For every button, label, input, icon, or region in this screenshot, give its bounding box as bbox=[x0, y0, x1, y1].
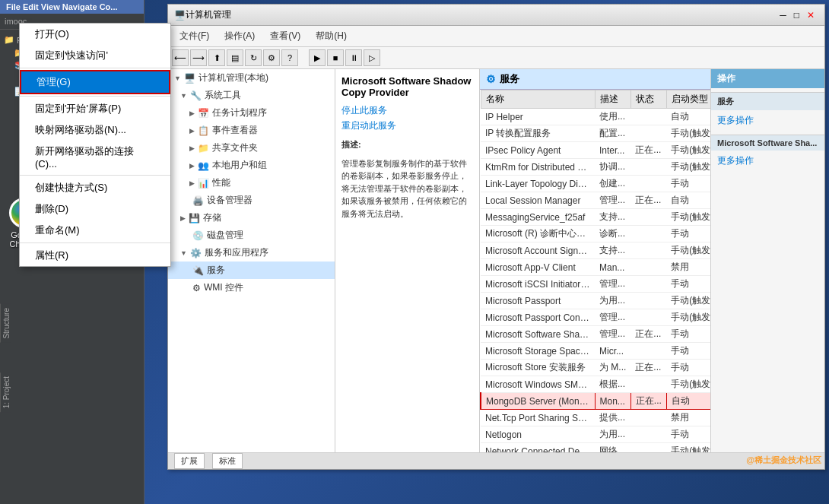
close-button[interactable]: ✕ bbox=[803, 10, 818, 21]
tree-item-perf[interactable]: ▶ 📊 性能 bbox=[168, 174, 335, 192]
ops-services-section: 服务 更多操作 bbox=[711, 92, 824, 131]
restart-service-link[interactable]: 重启动此服务 bbox=[341, 119, 473, 132]
ops-selected-more-actions[interactable]: 更多操作 bbox=[711, 151, 824, 171]
tree-item-services-apps[interactable]: ▼ ⚙️ 服务和应用程序 bbox=[168, 244, 335, 262]
context-menu-open-new[interactable]: 新开网络驱动器的连接(C)... bbox=[20, 141, 170, 173]
expand-icon-task: ▶ bbox=[189, 109, 195, 117]
context-menu-create-shortcut[interactable]: 创建快捷方式(S) bbox=[20, 177, 170, 198]
services-titlebar: ⚙ 服务 bbox=[480, 69, 710, 90]
tree-item-root[interactable]: ▼ 🖥️ 计算机管理(本地) bbox=[168, 69, 335, 87]
ops-selected-section: Microsoft Software Sha... 更多操作 bbox=[711, 135, 824, 171]
service-list[interactable]: ⚙ 服务 名称 描述 状态 启动类型 登 IP Helper使用. bbox=[480, 69, 710, 452]
tree-item-services[interactable]: 🔌 服务 bbox=[168, 262, 335, 279]
table-row[interactable]: Netlogon为用...手动本 bbox=[481, 426, 710, 443]
table-row[interactable]: MongoDB Server (Mong...Mon...正在...自动网 bbox=[481, 393, 710, 410]
device-icon: 🖨️ bbox=[192, 195, 204, 206]
separator-2 bbox=[20, 96, 170, 97]
ops-more-actions[interactable]: 更多操作 bbox=[711, 110, 824, 131]
status-tab-expand[interactable]: 扩展 bbox=[174, 453, 205, 469]
expand-icon: ▼ bbox=[174, 74, 181, 82]
toolbar-stop[interactable]: ■ bbox=[327, 49, 344, 66]
toolbar-resume[interactable]: ▷ bbox=[364, 49, 380, 66]
table-row[interactable]: Microsoft iSCSI Initiator ...管理...手动本 bbox=[481, 276, 710, 293]
toolbar-pause[interactable]: ⏸ bbox=[345, 49, 362, 66]
tree-item-task[interactable]: ▶ 📅 任务计划程序 bbox=[168, 104, 335, 122]
toolbar-forward[interactable]: ⟶ bbox=[190, 49, 207, 66]
context-menu-manage[interactable]: 管理(G) bbox=[20, 70, 170, 94]
tree-item-system[interactable]: ▼ 🔧 系统工具 bbox=[168, 87, 335, 104]
table-row[interactable]: Microsoft App-V ClientMan...禁用本 bbox=[481, 259, 710, 276]
table-row[interactable]: Microsoft Storage Space...Micr...手动网 bbox=[481, 343, 710, 360]
tree-item-share[interactable]: ▶ 📁 共享文件夹 bbox=[168, 139, 335, 157]
expand-icon-storage: ▶ bbox=[180, 214, 186, 222]
status-tab-standard[interactable]: 标准 bbox=[212, 453, 243, 469]
services-title-text: 服务 bbox=[500, 72, 519, 86]
table-row[interactable]: Microsoft Software Shad...管理...正在...手动本 bbox=[481, 326, 710, 343]
context-menu-pin-quick[interactable]: 固定到'快速访问' bbox=[20, 45, 170, 66]
cm-titlebar: 🖥️ 计算机管理 ─ □ ✕ bbox=[168, 5, 824, 26]
table-row[interactable]: Network Connected Devi...网络...手动(触发...本 bbox=[481, 443, 710, 453]
toolbar-properties[interactable]: ⚙ bbox=[263, 49, 280, 66]
tree-item-event[interactable]: ▶ 📋 事件查看器 bbox=[168, 122, 335, 139]
col-status[interactable]: 状态 bbox=[630, 90, 666, 109]
ops-header: 操作 bbox=[711, 69, 824, 88]
table-row[interactable]: Microsoft (R) 诊断中心标...诊断...手动本 bbox=[481, 226, 710, 242]
toolbar-help[interactable]: ? bbox=[281, 49, 298, 66]
context-menu-properties[interactable]: 属性(R) bbox=[20, 245, 170, 266]
context-menu-rename[interactable]: 重命名(M) bbox=[20, 220, 170, 241]
ide-header: File Edit View Navigate Co... bbox=[0, 0, 144, 14]
ops-panel: 操作 服务 更多操作 Microsoft Software Sha... 更多操… bbox=[710, 69, 824, 452]
toolbar-refresh[interactable]: ↻ bbox=[245, 49, 262, 66]
services-title-icon: ⚙ bbox=[486, 73, 496, 85]
separator-4 bbox=[20, 242, 170, 243]
desktop: File Edit View Navigate Co... imooc 📁 Pr… bbox=[0, 0, 829, 504]
context-menu-delete[interactable]: 删除(D) bbox=[20, 198, 170, 220]
table-row[interactable]: Microsoft Passport Cont...管理...手动(触发...本 bbox=[481, 309, 710, 326]
expand-icon-system: ▼ bbox=[180, 92, 187, 100]
share-icon: 📁 bbox=[198, 143, 209, 154]
cm-menu-action[interactable]: 操作(A) bbox=[217, 27, 262, 45]
structure-tab[interactable]: Structure bbox=[0, 304, 11, 343]
table-row[interactable]: MessagingService_f25af支持...手动(触发...本 bbox=[481, 209, 710, 226]
toolbar-back[interactable]: ⟵ bbox=[172, 49, 189, 66]
table-row[interactable]: Net.Tcp Port Sharing Ser...提供...禁用本 bbox=[481, 410, 710, 426]
cm-menu-file[interactable]: 文件(F) bbox=[172, 27, 217, 45]
expand-icon-users: ▶ bbox=[189, 162, 195, 170]
context-menu-pin-start[interactable]: 固定到'开始'屏幕(P) bbox=[20, 98, 170, 119]
expand-icon-perf: ▶ bbox=[189, 179, 195, 187]
toolbar-show-hide[interactable]: ▤ bbox=[227, 49, 243, 66]
service-detail-panel: Microsoft Software Shadow Copy Provider … bbox=[335, 69, 480, 452]
table-row[interactable]: Microsoft Account Sign-i...支持...手动(触发...… bbox=[481, 242, 710, 259]
table-row[interactable]: Microsoft Store 安装服务为 M...正在...手动本 bbox=[481, 360, 710, 376]
cm-menubar: 文件(F) 操作(A) 查看(V) 帮助(H) bbox=[168, 26, 824, 47]
project-tab-vertical[interactable]: 1: Project bbox=[0, 372, 11, 412]
minimize-button[interactable]: ─ bbox=[776, 10, 790, 21]
table-row[interactable]: Microsoft Windows SMS ...根据...手动(触发...本 bbox=[481, 376, 710, 393]
cm-menu-help[interactable]: 帮助(H) bbox=[308, 27, 354, 45]
cm-menu-view[interactable]: 查看(V) bbox=[262, 27, 308, 45]
context-menu-map-drive[interactable]: 映射网络驱动器(N)... bbox=[20, 119, 170, 141]
col-desc[interactable]: 描述 bbox=[595, 90, 630, 109]
tree-item-wmi[interactable]: ⚙ WMI 控件 bbox=[168, 279, 335, 296]
table-row[interactable]: KtmRm for Distributed Tr...协调...手动(触发...… bbox=[481, 159, 710, 176]
tree-item-users[interactable]: ▶ 👥 本地用户和组 bbox=[168, 157, 335, 174]
table-row[interactable]: Local Session Manager管理...正在...自动本 bbox=[481, 192, 710, 209]
toolbar-start[interactable]: ▶ bbox=[309, 49, 326, 66]
stop-service-link[interactable]: 停止此服务 bbox=[341, 104, 473, 117]
context-menu-open[interactable]: 打开(O) bbox=[20, 24, 170, 45]
table-row[interactable]: IP 转换配置服务配置...手动(触发...本 bbox=[481, 125, 710, 142]
maximize-button[interactable]: □ bbox=[790, 10, 803, 21]
toolbar-up[interactable]: ⬆ bbox=[208, 49, 225, 66]
tree-item-device[interactable]: 🖨️ 设备管理器 bbox=[168, 192, 335, 209]
storage-icon: 💾 bbox=[189, 213, 200, 223]
col-startup[interactable]: 启动类型 bbox=[666, 90, 710, 109]
tree-item-storage[interactable]: ▶ 💾 存储 bbox=[168, 209, 335, 227]
table-row[interactable]: IP Helper使用...自动本 bbox=[481, 109, 710, 125]
col-name[interactable]: 名称 bbox=[481, 90, 595, 109]
table-row[interactable]: Microsoft Passport为用...手动(触发...本 bbox=[481, 293, 710, 309]
table-row[interactable]: IPsec Policy AgentInter...正在...手动(触发...网 bbox=[481, 142, 710, 159]
tree-item-disk[interactable]: 💿 磁盘管理 bbox=[168, 227, 335, 244]
context-menu: 打开(O) 固定到'快速访问' 管理(G) 固定到'开始'屏幕(P) 映射网络驱… bbox=[19, 23, 171, 267]
separator-1 bbox=[20, 68, 170, 68]
table-row[interactable]: Link-Layer Topology Disc...创建...手动本 bbox=[481, 176, 710, 192]
